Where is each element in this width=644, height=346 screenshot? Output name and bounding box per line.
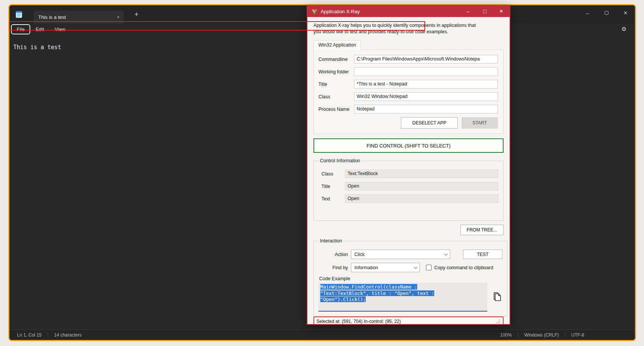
- field-row-working-folder: Working folder: [318, 67, 498, 76]
- action-value: Click: [354, 252, 365, 257]
- menu-view[interactable]: View: [49, 25, 70, 34]
- app-buttons-row: DESELECT APP START: [318, 117, 498, 129]
- xray-maximize-button[interactable]: [476, 6, 493, 17]
- xray-close-button[interactable]: ×: [493, 6, 510, 17]
- xray-status-bar: Selected at: (591, 704) In-control: (95,…: [313, 317, 504, 324]
- class-input[interactable]: Win32 Window:Notepad: [354, 92, 498, 101]
- description-line-1: Application X-ray helps you to quickly i…: [313, 22, 504, 29]
- status-encoding: UTF-8: [565, 332, 590, 338]
- xray-window-controls: – ×: [460, 6, 510, 17]
- chevron-down-icon: [444, 252, 448, 256]
- editor-text: This is a test: [13, 44, 61, 51]
- xray-window-title: Application X-Ray: [321, 9, 360, 14]
- code-example-label: Code Example: [319, 276, 502, 281]
- notepad-window-controls: – ×: [578, 5, 635, 20]
- commandline-label: Commandline: [318, 57, 354, 62]
- notepad-status-bar: Ln 1, Col 15 14 characters 100% Windows …: [9, 329, 635, 340]
- title-label: Title: [318, 82, 354, 87]
- unsaved-indicator-dot: ●: [117, 15, 119, 19]
- status-characters: 14 characters: [48, 332, 88, 338]
- settings-gear-icon[interactable]: ⚙: [622, 26, 627, 33]
- tab-title: This is a test: [38, 14, 66, 20]
- xray-status-text: Selected at: (591, 704) In-control: (95,…: [317, 319, 401, 324]
- description-line-2: you would like to test and provides read…: [313, 29, 504, 35]
- xray-minimize-button[interactable]: –: [460, 6, 476, 17]
- findby-row: Find by Information Copy command to clip…: [318, 263, 502, 272]
- control-information-group: Control Information Class Text:TextBlock…: [313, 158, 504, 221]
- notepad-app-icon: [16, 11, 22, 18]
- findby-combobox[interactable]: Information: [351, 263, 420, 272]
- new-tab-button[interactable]: +: [131, 10, 142, 19]
- xray-maximize-icon: [483, 10, 487, 13]
- ci-title-label: Title: [321, 184, 345, 189]
- status-left: Ln 1, Col 15 14 characters: [9, 332, 87, 338]
- tab-win32-application[interactable]: Win32 Application: [313, 40, 361, 50]
- from-tree-button[interactable]: FROM TREE...: [460, 225, 504, 235]
- notepad-tab[interactable]: This is a test ●: [34, 11, 124, 23]
- chevron-down-icon: [414, 265, 418, 269]
- interaction-legend: Interaction: [318, 238, 343, 244]
- field-row-commandline: Commandline C:\Program Files\WindowsApps…: [318, 55, 498, 64]
- xray-window: Application X-Ray – × Application X-ray …: [307, 5, 510, 325]
- ci-row-class: Class Text:TextBlock: [318, 169, 499, 178]
- test-button[interactable]: TEST: [463, 250, 502, 259]
- interaction-group: Interaction Action Click TEST Find by In…: [313, 238, 507, 317]
- ci-row-title: Title Open: [318, 182, 499, 191]
- copy-command-label: Copy command to clipboard: [434, 265, 493, 270]
- process-name-label: Process Name: [318, 107, 354, 112]
- resize-grip[interactable]: [496, 319, 501, 323]
- class-label: Class: [318, 94, 354, 99]
- ci-title-field[interactable]: Open: [345, 182, 499, 191]
- ci-row-text: Text Open: [318, 194, 499, 203]
- field-row-process-name: Process Name Notepad: [318, 105, 498, 113]
- maximize-icon: [605, 11, 608, 15]
- menu-file[interactable]: File: [11, 24, 30, 34]
- ci-class-label: Class: [321, 171, 345, 177]
- action-label: Action: [318, 252, 348, 257]
- status-zoom: 100%: [494, 332, 518, 338]
- working-folder-input[interactable]: [354, 67, 498, 76]
- start-button[interactable]: START: [462, 117, 498, 129]
- status-eol: Windows (CRLF): [518, 332, 565, 338]
- findby-label: Find by: [318, 265, 348, 270]
- commandline-input[interactable]: C:\Program Files\WindowsApps\Microsoft.W…: [354, 55, 498, 64]
- close-button[interactable]: ×: [616, 5, 635, 20]
- win32-application-panel: Commandline C:\Program Files\WindowsApps…: [313, 50, 504, 134]
- xray-logo-icon: [311, 9, 318, 14]
- code-line-3: "Open").Click();: [320, 296, 366, 302]
- ci-padding: [318, 207, 499, 216]
- copy-command-checkbox[interactable]: [426, 265, 432, 270]
- code-row: MainWindow.FindControl(className : "Text…: [318, 283, 502, 312]
- status-line-col: Ln 1, Col 15: [11, 332, 48, 338]
- field-row-title: Title *This is a test - Notepad: [318, 80, 498, 88]
- findby-value: Information: [354, 265, 378, 270]
- working-folder-label: Working folder: [318, 69, 354, 74]
- find-control-button[interactable]: FIND CONTROL (SHIFT TO SELECT): [313, 138, 504, 153]
- action-combobox[interactable]: Click: [351, 250, 450, 259]
- maximize-button[interactable]: [597, 5, 616, 20]
- code-example-textbox[interactable]: MainWindow.FindControl(className : "Text…: [318, 283, 487, 312]
- ci-text-label: Text: [321, 196, 345, 202]
- status-right: 100% Windows (CRLF) UTF-8: [494, 332, 590, 338]
- ci-class-field[interactable]: Text:TextBlock: [345, 169, 499, 178]
- from-tree-row: FROM TREE...: [313, 225, 504, 235]
- code-line-2: "Text:TextBlock", title : "Open", text :: [320, 290, 434, 296]
- action-row: Action Click TEST: [318, 250, 502, 259]
- ci-text-field[interactable]: Open: [345, 194, 499, 203]
- title-input[interactable]: *This is a test - Notepad: [354, 80, 498, 88]
- copy-to-clipboard-icon[interactable]: [492, 291, 502, 303]
- control-information-legend: Control Information: [318, 158, 362, 163]
- minimize-button[interactable]: –: [578, 5, 597, 20]
- xray-body: Application X-ray helps you to quickly i…: [307, 17, 510, 324]
- field-row-class: Class Win32 Window:Notepad: [318, 92, 498, 101]
- xray-title-bar[interactable]: Application X-Ray – ×: [307, 6, 510, 17]
- code-line-1: MainWindow.FindControl(className :: [320, 284, 417, 290]
- process-name-input[interactable]: Notepad: [354, 105, 498, 113]
- menu-edit[interactable]: Edit: [30, 25, 49, 34]
- deselect-app-button[interactable]: DESELECT APP: [401, 117, 458, 129]
- xray-description: Application X-ray helps you to quickly i…: [313, 22, 504, 35]
